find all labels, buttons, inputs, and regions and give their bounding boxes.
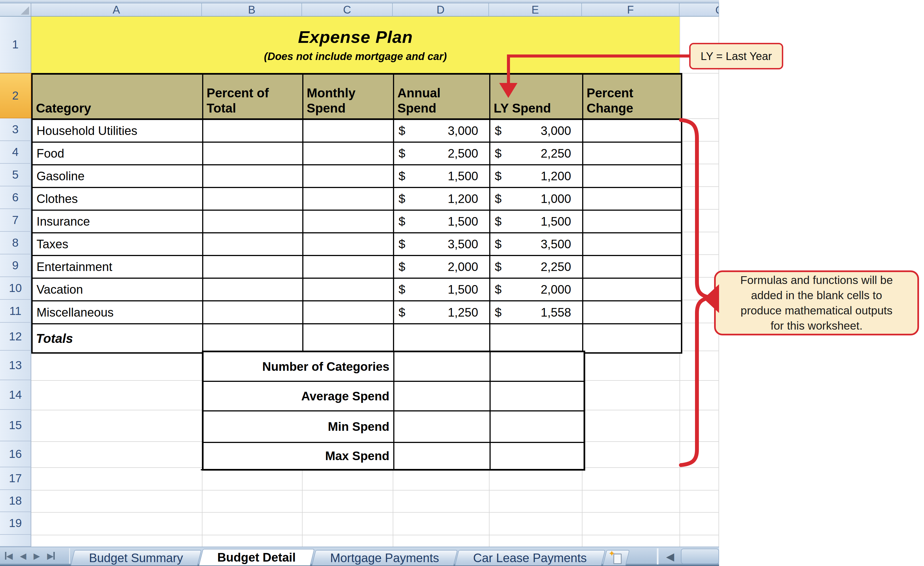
annual-spend-cell[interactable]: $1,500 xyxy=(394,279,490,301)
summary-value-cell[interactable] xyxy=(490,412,584,443)
row-header-5[interactable]: 5 xyxy=(0,164,31,186)
row-header-14[interactable]: 14 xyxy=(0,380,31,410)
annual-spend-cell[interactable]: $1,500 xyxy=(394,165,490,188)
row-header-13[interactable]: 13 xyxy=(0,350,31,380)
tab-budget-summary[interactable]: Budget Summary xyxy=(70,550,202,566)
hscroll-left-button[interactable]: ◀ xyxy=(662,549,679,565)
next-sheet-button[interactable]: ▶ xyxy=(33,551,40,561)
annual-spend-cell[interactable]: $2,000 xyxy=(394,256,490,279)
empty-cell[interactable] xyxy=(583,301,681,324)
row-header-6[interactable]: 6 xyxy=(0,186,31,209)
header-monthly-spend[interactable]: MonthlySpend xyxy=(303,75,394,120)
empty-cell[interactable] xyxy=(203,120,303,143)
empty-cell[interactable] xyxy=(583,324,681,352)
category-cell[interactable]: Taxes xyxy=(33,234,203,256)
column-header-c[interactable]: C xyxy=(302,3,393,16)
summary-value-cell[interactable] xyxy=(490,443,584,469)
empty-cell[interactable] xyxy=(303,234,394,256)
empty-cell[interactable] xyxy=(303,256,394,279)
empty-cell[interactable] xyxy=(303,165,394,188)
row-header-1[interactable]: 1 xyxy=(0,16,31,73)
empty-cell[interactable] xyxy=(583,234,681,256)
empty-cell[interactable] xyxy=(203,256,303,279)
category-cell[interactable]: Miscellaneous xyxy=(33,301,203,324)
category-cell[interactable]: Household Utilities xyxy=(33,120,203,143)
annual-spend-cell[interactable]: $2,500 xyxy=(394,143,490,165)
merged-title-cell[interactable]: Expense Plan (Does not include mortgage … xyxy=(31,16,680,73)
column-header-g[interactable]: G xyxy=(680,3,719,16)
category-cell[interactable]: Food xyxy=(33,143,203,165)
totals-cell[interactable]: Totals xyxy=(33,324,203,352)
summary-value-cell[interactable] xyxy=(394,443,490,469)
empty-cell[interactable] xyxy=(583,120,681,143)
empty-cell[interactable] xyxy=(203,324,303,352)
tab-car-lease-payments[interactable]: Car Lease Payments xyxy=(454,550,605,566)
row-header-8[interactable]: 8 xyxy=(0,232,31,255)
empty-cell[interactable] xyxy=(203,234,303,256)
ly-spend-cell[interactable]: $2,250 xyxy=(490,256,583,279)
empty-cell[interactable] xyxy=(583,188,681,211)
category-cell[interactable]: Gasoline xyxy=(33,165,203,188)
row-header-3[interactable]: 3 xyxy=(0,118,31,141)
column-header-a[interactable]: A xyxy=(31,3,202,16)
summary-value-cell[interactable] xyxy=(394,382,490,412)
empty-cell[interactable] xyxy=(303,188,394,211)
ly-spend-cell[interactable]: $1,500 xyxy=(490,211,583,234)
select-all-cell[interactable] xyxy=(0,3,31,16)
tab-mortgage-payments[interactable]: Mortgage Payments xyxy=(312,550,458,566)
header-annual-spend[interactable]: AnnualSpend xyxy=(394,75,490,120)
last-sheet-button[interactable]: ▶ xyxy=(47,551,55,561)
annual-spend-cell[interactable]: $3,000 xyxy=(394,120,490,143)
row-header-11[interactable]: 11 xyxy=(0,300,31,323)
column-header-f[interactable]: F xyxy=(582,3,680,16)
row-header-16[interactable]: 16 xyxy=(0,441,31,467)
first-sheet-button[interactable]: ◀ xyxy=(5,551,13,561)
category-cell[interactable]: Insurance xyxy=(33,211,203,234)
summary-label-cell[interactable]: Min Spend xyxy=(204,412,394,443)
ly-spend-cell[interactable]: $1,000 xyxy=(490,188,583,211)
empty-cell[interactable] xyxy=(583,143,681,165)
row-header-7[interactable]: 7 xyxy=(0,209,31,232)
summary-label-cell[interactable]: Number of Categories xyxy=(204,352,394,382)
row-header-15[interactable]: 15 xyxy=(0,410,31,441)
header-category[interactable]: Category xyxy=(33,75,203,120)
column-header-b[interactable]: B xyxy=(202,3,302,16)
summary-value-cell[interactable] xyxy=(394,352,490,382)
annual-spend-cell[interactable]: $1,200 xyxy=(394,188,490,211)
annual-spend-cell[interactable]: $1,250 xyxy=(394,301,490,324)
row-header-17[interactable]: 17 xyxy=(0,467,31,490)
column-header-d[interactable]: D xyxy=(393,3,489,16)
category-cell[interactable]: Clothes xyxy=(33,188,203,211)
column-header-e[interactable]: E xyxy=(489,3,582,16)
ly-spend-cell[interactable]: $3,000 xyxy=(490,120,583,143)
empty-cell[interactable] xyxy=(203,165,303,188)
hscroll-thumb[interactable] xyxy=(681,549,719,564)
empty-cell[interactable] xyxy=(203,143,303,165)
empty-cell[interactable] xyxy=(303,143,394,165)
summary-value-cell[interactable] xyxy=(394,412,490,443)
empty-cell[interactable] xyxy=(303,301,394,324)
empty-cell[interactable] xyxy=(583,279,681,301)
insert-worksheet-tab[interactable]: ✦ xyxy=(603,550,630,566)
row-header-4[interactable]: 4 xyxy=(0,141,31,164)
ly-spend-cell[interactable]: $1,200 xyxy=(490,165,583,188)
empty-cell[interactable] xyxy=(303,211,394,234)
empty-cell[interactable] xyxy=(583,165,681,188)
category-cell[interactable]: Vacation xyxy=(33,279,203,301)
empty-cell[interactable] xyxy=(394,324,490,352)
empty-cell[interactable] xyxy=(203,188,303,211)
header-percent-change[interactable]: PercentChange xyxy=(583,75,681,120)
ly-spend-cell[interactable]: $2,000 xyxy=(490,279,583,301)
tab-budget-detail[interactable]: Budget Detail xyxy=(199,549,315,566)
empty-cell[interactable] xyxy=(490,324,583,352)
summary-value-cell[interactable] xyxy=(490,382,584,412)
empty-cell[interactable] xyxy=(203,211,303,234)
row-header-19[interactable]: 19 xyxy=(0,512,31,535)
empty-cell[interactable] xyxy=(583,211,681,234)
previous-sheet-button[interactable]: ◀ xyxy=(20,551,26,561)
row-header-10[interactable]: 10 xyxy=(0,277,31,300)
row-header-2[interactable]: 2 xyxy=(0,73,31,118)
empty-cell[interactable] xyxy=(583,256,681,279)
ly-spend-cell[interactable]: $3,500 xyxy=(490,234,583,256)
annual-spend-cell[interactable]: $1,500 xyxy=(394,211,490,234)
